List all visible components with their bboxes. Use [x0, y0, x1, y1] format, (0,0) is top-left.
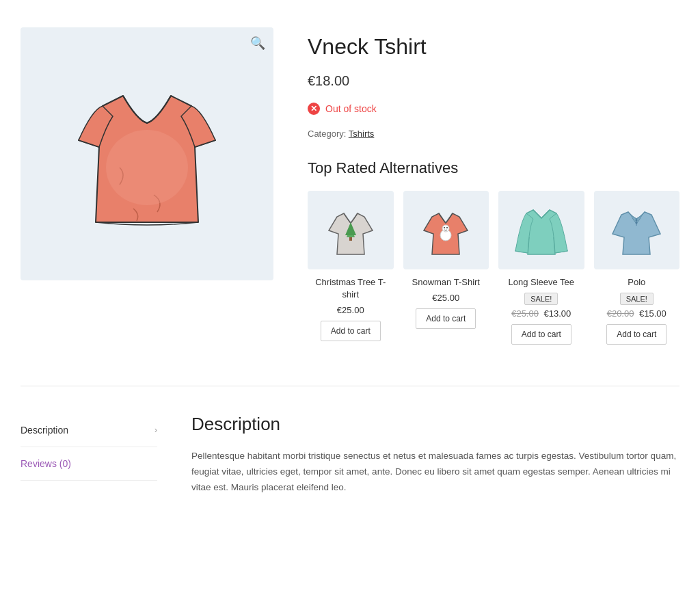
description-text: Pellentesque habitant morbi tristique se… [191, 449, 679, 496]
top-rated-title: Top Rated Alternatives [308, 159, 679, 177]
original-price-longsleeve: €25.00 [511, 308, 539, 319]
alt-price-longsleeve: €25.00 €13.00 [498, 308, 584, 319]
out-of-stock-icon: ✕ [308, 103, 320, 115]
alt-name-christmas: Christmas Tree T-shirt [308, 276, 394, 301]
alt-card-longsleeve: Long Sleeve Tee SALE! €25.00 €13.00 Add … [498, 191, 584, 345]
sidebar-item-reviews[interactable]: Reviews (0) [21, 447, 157, 481]
product-title: Vneck Tshirt [308, 34, 679, 59]
original-price-polo: €20.00 [607, 308, 634, 319]
zoom-icon[interactable]: 🔍 [250, 36, 265, 51]
add-to-cart-snowman[interactable]: Add to cart [416, 308, 476, 329]
description-content: Description Pellentesque habitant morbi … [191, 414, 679, 496]
page-wrapper: 🔍 Vneck Tshi [0, 0, 700, 523]
sale-badge-polo: SALE! [620, 293, 654, 305]
add-to-cart-longsleeve[interactable]: Add to cart [511, 324, 571, 345]
alt-price-polo: €20.00 €15.00 [594, 308, 680, 319]
alt-card-christmas: Christmas Tree T-shirt €25.00 Add to car… [308, 191, 394, 345]
add-to-cart-polo[interactable]: Add to cart [606, 324, 667, 345]
alt-image-longsleeve[interactable] [498, 191, 584, 269]
product-tshirt-svg [58, 58, 236, 250]
product-details: Vneck Tshirt €18.00 ✕ Out of stock Categ… [308, 27, 679, 345]
svg-point-10 [636, 222, 638, 224]
chevron-right-icon: › [154, 425, 157, 435]
alt-image-christmas[interactable] [308, 191, 394, 269]
sidebar-reviews-label: Reviews (0) [21, 458, 71, 469]
product-image: 🔍 [21, 27, 273, 280]
alt-image-snowman[interactable] [403, 191, 489, 269]
svg-point-0 [106, 130, 188, 205]
category-label: Category: [308, 129, 346, 139]
alt-price-christmas: €25.00 [308, 305, 394, 315]
svg-point-9 [636, 219, 638, 221]
alt-name-longsleeve: Long Sleeve Tee [498, 276, 584, 289]
out-of-stock-label: Out of stock [325, 103, 377, 114]
alt-price-snowman: €25.00 [403, 293, 489, 303]
svg-point-6 [444, 227, 445, 228]
product-price: €18.00 [308, 73, 679, 89]
alt-name-polo: Polo [594, 276, 680, 289]
description-title: Description [191, 414, 679, 435]
sidebar-item-description[interactable]: Description › [21, 414, 157, 447]
product-category: Category: Tshirts [308, 129, 679, 139]
alt-card-polo: Polo SALE! €20.00 €15.00 Add to cart [594, 191, 680, 345]
svg-point-5 [442, 225, 449, 232]
sidebar: Description › Reviews (0) [21, 414, 157, 496]
bottom-section: Description › Reviews (0) Description Pe… [21, 414, 679, 496]
category-link[interactable]: Tshirts [349, 129, 375, 139]
sidebar-description-label: Description [21, 425, 68, 436]
add-to-cart-christmas[interactable]: Add to cart [321, 321, 381, 341]
alt-name-snowman: Snowman T-Shirt [403, 276, 489, 289]
alt-image-polo[interactable] [594, 191, 680, 269]
divider [21, 386, 679, 386]
svg-point-7 [446, 227, 448, 228]
sale-badge-longsleeve: SALE! [524, 293, 558, 305]
alternatives-grid: Christmas Tree T-shirt €25.00 Add to car… [308, 191, 679, 345]
product-section: 🔍 Vneck Tshi [21, 27, 679, 345]
svg-rect-3 [349, 237, 352, 241]
out-of-stock-container: ✕ Out of stock [308, 103, 679, 115]
alt-card-snowman: Snowman T-Shirt €25.00 Add to cart [403, 191, 489, 345]
